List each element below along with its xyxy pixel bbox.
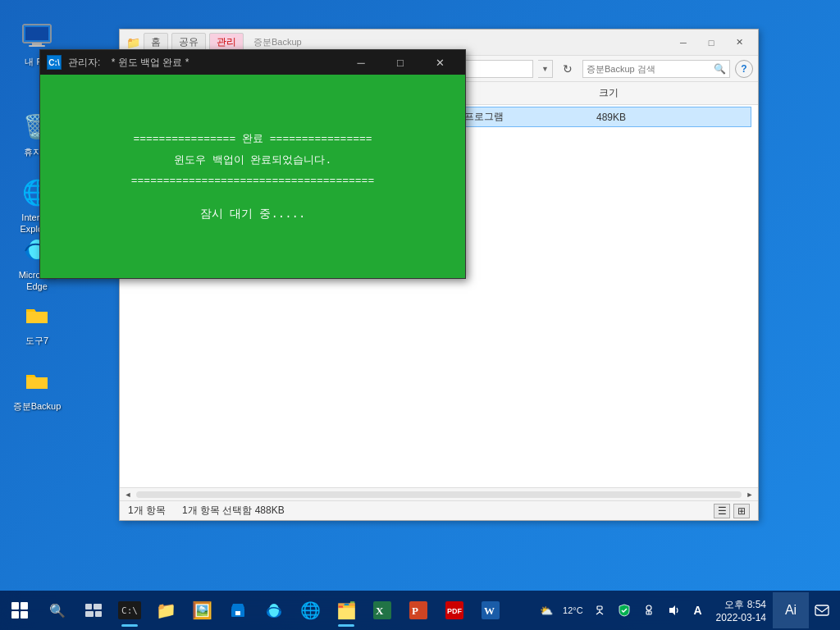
svg-point-14 bbox=[269, 604, 279, 617]
taskbar-pin-cmd[interactable]: C:\ bbox=[112, 592, 148, 628]
cmd-taskbar-icon: C:\ bbox=[118, 601, 141, 619]
taskbar-pin-store[interactable] bbox=[220, 592, 256, 628]
desktop-icon-backup[interactable]: 증분Backup bbox=[8, 361, 66, 415]
fe-minimize-button[interactable]: ─ bbox=[671, 34, 696, 51]
tool7-icon bbox=[21, 299, 53, 331]
taskbar-pin-photos[interactable]: 🖼️ bbox=[184, 592, 220, 628]
shield-icon bbox=[619, 604, 630, 617]
taskbar-pin-edge[interactable] bbox=[256, 592, 292, 628]
cmd-window: C:\ 관리자: * 윈도 백업 완료 * ─ □ ✕ ============… bbox=[39, 49, 466, 279]
tray-speaker-icon[interactable] bbox=[662, 592, 685, 628]
tray-shield-icon[interactable] bbox=[613, 592, 636, 628]
fe-tab-manage[interactable]: 관리 bbox=[217, 36, 236, 48]
fe-details-view-button[interactable]: ☰ bbox=[714, 504, 730, 518]
taskbar-pin-explorer[interactable]: 📁 bbox=[148, 592, 184, 628]
svg-rect-12 bbox=[235, 611, 240, 615]
cmd-separator2: ====================================== bbox=[53, 175, 452, 187]
cmd-body: ================ 완료 ================ 윈도우… bbox=[40, 75, 465, 278]
taskbar-pin-word[interactable]: W bbox=[472, 592, 509, 628]
taskbar-pin-pdf[interactable]: PDF bbox=[436, 592, 472, 628]
cmd-window-controls: ─ □ ✕ bbox=[342, 50, 459, 75]
backup-label: 증분Backup bbox=[13, 400, 62, 412]
svg-rect-3 bbox=[32, 43, 42, 45]
pdf-taskbar-icon: PDF bbox=[445, 600, 464, 620]
desktop-icon-tool7[interactable]: 도구7 bbox=[8, 295, 66, 349]
taskview-icon bbox=[85, 604, 102, 617]
tray-temp: 12°C bbox=[559, 605, 587, 615]
cmd-maximize-button[interactable]: □ bbox=[381, 50, 419, 75]
ppt-taskbar-icon: P bbox=[409, 600, 428, 620]
taskbar-pin-ppt[interactable]: P bbox=[400, 592, 436, 628]
svg-text:W: W bbox=[484, 605, 495, 617]
taskbar-pins: C:\ 📁 🖼️ bbox=[112, 592, 528, 628]
tray-vpn-icon[interactable] bbox=[637, 592, 660, 628]
fe-search-input[interactable] bbox=[587, 64, 714, 74]
tray-notify-button[interactable] bbox=[810, 592, 833, 628]
search-icon: 🔍 bbox=[49, 603, 66, 619]
taskbar-search-button[interactable]: 🔍 bbox=[39, 592, 75, 628]
fe-help-button[interactable]: ? bbox=[735, 60, 753, 78]
svg-line-26 bbox=[600, 612, 603, 614]
weather-icon: ⛅ bbox=[540, 605, 553, 617]
file-size: 489KB bbox=[593, 109, 747, 125]
photos-taskbar-icon: 🖼️ bbox=[192, 600, 212, 620]
scroll-right-button[interactable]: ► bbox=[743, 489, 756, 500]
cmd-title-text: 관리자: * 윈도 백업 완료 * bbox=[68, 56, 342, 70]
svg-text:P: P bbox=[412, 605, 418, 617]
speaker-icon bbox=[667, 604, 680, 617]
fe-tab-subtitle: 증분Backup bbox=[247, 34, 308, 50]
svg-rect-2 bbox=[25, 27, 48, 40]
svg-rect-23 bbox=[597, 606, 602, 609]
fe-horizontal-scrollbar[interactable]: ◄ ► bbox=[120, 487, 758, 500]
excel-taskbar-icon: X bbox=[372, 600, 392, 620]
taskbar-pin-ie[interactable]: 🌐 bbox=[292, 592, 328, 628]
desktop: 내 PC 🗑️ 휴지통 🌐 Internet Explorer Microsof… bbox=[0, 0, 840, 630]
ime-label: A bbox=[694, 604, 702, 617]
explorer-taskbar-icon: 📁 bbox=[156, 600, 176, 620]
tray-lang-button[interactable]: Ai bbox=[773, 592, 809, 628]
tray-network-icon[interactable] bbox=[588, 592, 611, 628]
taskbar-pin-fileexp[interactable]: 🗂️ bbox=[328, 592, 364, 628]
start-button[interactable] bbox=[0, 591, 39, 630]
cmd-titlebar: C:\ 관리자: * 윈도 백업 완료 * ─ □ ✕ bbox=[40, 50, 465, 75]
svg-line-25 bbox=[596, 612, 600, 614]
status-selected: 1개 항목 선택함 488KB bbox=[182, 504, 285, 518]
fe-tab-home[interactable]: 홈 bbox=[151, 36, 161, 48]
ie-taskbar-icon: 🌐 bbox=[300, 600, 320, 620]
col-size[interactable]: 크기 bbox=[596, 84, 752, 103]
notification-icon bbox=[815, 603, 829, 618]
word-taskbar-icon: W bbox=[481, 600, 500, 620]
tray-time: 오후 8:54 bbox=[724, 598, 766, 612]
svg-rect-32 bbox=[815, 605, 829, 615]
scroll-track[interactable] bbox=[136, 491, 742, 498]
scroll-left-button[interactable]: ◄ bbox=[121, 489, 135, 500]
edge-taskbar-icon bbox=[264, 600, 284, 620]
fe-tiles-view-button[interactable]: ⊞ bbox=[733, 504, 750, 518]
fe-tab-share[interactable]: 공유 bbox=[179, 36, 199, 48]
store-taskbar-icon bbox=[228, 600, 248, 620]
tray-clock[interactable]: 오후 8:54 2022-03-14 bbox=[711, 598, 771, 623]
svg-rect-8 bbox=[94, 604, 102, 609]
tray-weather-icon[interactable]: ⛅ bbox=[535, 592, 558, 628]
cmd-waiting: 잠시 대기 중..... bbox=[53, 207, 452, 221]
fe-address-dropdown[interactable]: ▼ bbox=[538, 60, 553, 78]
fe-view-buttons: ☰ ⊞ bbox=[714, 504, 750, 518]
fe-close-button[interactable]: ✕ bbox=[727, 34, 751, 51]
cmd-close-button[interactable]: ✕ bbox=[421, 50, 459, 75]
network-icon bbox=[593, 604, 606, 617]
tray-ime-icon[interactable]: A bbox=[687, 592, 710, 628]
cmd-separator1: ================ 완료 ================ bbox=[53, 131, 452, 146]
cmd-minimize-button[interactable]: ─ bbox=[342, 50, 380, 75]
fe-window-controls: ─ □ ✕ bbox=[671, 34, 751, 51]
taskbar-taskview-button[interactable] bbox=[75, 592, 112, 628]
svg-rect-4 bbox=[29, 45, 45, 47]
tool7-label: 도구7 bbox=[25, 335, 48, 346]
fe-maximize-button[interactable]: □ bbox=[699, 34, 724, 51]
start-icon bbox=[11, 602, 28, 619]
svg-text:PDF: PDF bbox=[447, 607, 463, 615]
fe-refresh-button[interactable]: ↻ bbox=[558, 60, 578, 78]
taskbar-pin-excel[interactable]: X bbox=[364, 592, 400, 628]
fe-search-box[interactable]: 🔍 bbox=[582, 60, 730, 78]
status-items: 1개 항목 bbox=[128, 504, 166, 518]
svg-rect-10 bbox=[95, 611, 102, 617]
